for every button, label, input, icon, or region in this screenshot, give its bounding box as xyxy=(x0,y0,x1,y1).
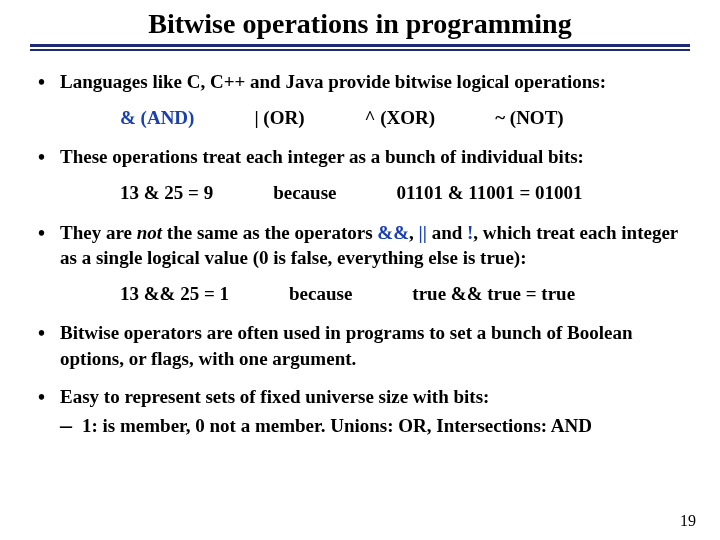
bullet-3: They are not the same as the operators &… xyxy=(30,220,690,307)
example-1-row: 13 & 25 = 9 because 01101 & 11001 = 0100… xyxy=(120,180,690,206)
example-2-row: 13 && 25 = 1 because true && true = true xyxy=(120,281,690,307)
page-number: 19 xyxy=(680,512,696,530)
slide: Bitwise operations in programming Langua… xyxy=(0,0,720,439)
b3-sep1: , xyxy=(409,222,419,243)
bullet-list: Languages like C, C++ and Java provide b… xyxy=(30,69,690,439)
slide-title: Bitwise operations in programming xyxy=(30,8,690,40)
op-or: | (OR) xyxy=(254,105,304,131)
bullet-5-text: Easy to represent sets of fixed universe… xyxy=(60,386,489,407)
op-and: & (AND) xyxy=(120,105,194,131)
ex2-left: 13 && 25 = 1 xyxy=(120,281,229,307)
bullet-1-text: Languages like C, C++ and Java provide b… xyxy=(60,71,606,92)
bullet-5: Easy to represent sets of fixed universe… xyxy=(30,384,690,439)
ex1-mid: because xyxy=(273,180,336,206)
ex2-mid: because xyxy=(289,281,352,307)
b3-op1: && xyxy=(377,222,409,243)
ex2-right: true && true = true xyxy=(412,281,575,307)
operator-row: & (AND) | (OR) ^ (XOR) ~ (NOT) xyxy=(120,105,690,131)
sub-list: 1: is member, 0 not a member. Unions: OR… xyxy=(60,413,690,439)
op-not: ~ (NOT) xyxy=(495,105,563,131)
bullet-4-text: Bitwise operators are often used in prog… xyxy=(60,322,632,369)
ex1-left: 13 & 25 = 9 xyxy=(120,180,213,206)
b3-not: not xyxy=(137,222,162,243)
b3-a: They are xyxy=(60,222,137,243)
b3-op2: || xyxy=(419,222,427,243)
ex1-right: 01101 & 11001 = 01001 xyxy=(396,180,582,206)
sub-bullet-1: 1: is member, 0 not a member. Unions: OR… xyxy=(60,413,690,439)
bullet-4: Bitwise operators are often used in prog… xyxy=(30,320,690,371)
title-underline xyxy=(30,44,690,51)
bullet-1: Languages like C, C++ and Java provide b… xyxy=(30,69,690,130)
sub-bullet-1-text: 1: is member, 0 not a member. Unions: OR… xyxy=(82,415,592,436)
bullet-2-text: These operations treat each integer as a… xyxy=(60,146,584,167)
bullet-2: These operations treat each integer as a… xyxy=(30,144,690,205)
b3-b: the same as the operators xyxy=(162,222,377,243)
op-xor: ^ (XOR) xyxy=(365,105,436,131)
b3-sep2: and xyxy=(427,222,467,243)
